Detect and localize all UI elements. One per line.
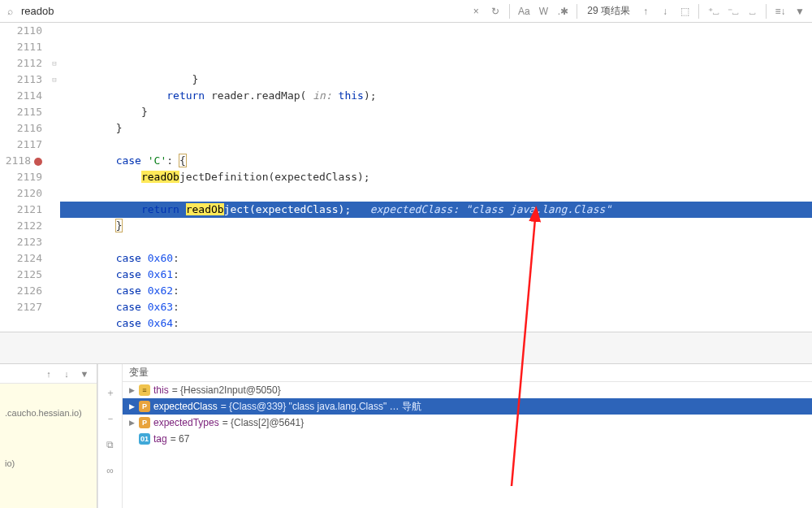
fold-spacer [49, 137, 60, 153]
line-number[interactable]: 2116 [0, 120, 42, 137]
line-number[interactable]: 2124 [0, 250, 42, 267]
fold-spacer [49, 218, 60, 234]
fold-toggle[interactable]: ⊟ [49, 55, 60, 72]
line-number[interactable]: 2110 [0, 23, 42, 39]
frame-entry[interactable]: .caucho.hessian.io) [5, 406, 92, 419]
add-selection-button[interactable]: ⁺⎵ [704, 2, 722, 20]
fold-spacer [49, 250, 60, 267]
frames-down-button[interactable]: ↓ [59, 367, 74, 381]
line-number[interactable]: 2119 [0, 169, 42, 185]
fold-spacer [49, 185, 60, 202]
variable-value: = {Hessian2Input@5050} [172, 384, 281, 396]
line-number[interactable]: 2125 [0, 267, 42, 283]
panel-splitter[interactable] [0, 332, 812, 364]
prev-match-button[interactable]: ↑ [637, 2, 654, 20]
clear-search-button[interactable]: × [467, 2, 485, 20]
line-number[interactable]: 2126 [0, 283, 42, 299]
code-line[interactable]: return reader.readMap( in: this); [60, 88, 812, 104]
frames-toolbar: ↑ ↓ ▼ [0, 364, 97, 384]
debug-panel: ↑ ↓ ▼ .caucho.hessian.io) io) ＋ － ⧉ ∞ 变量… [0, 364, 812, 508]
code-line[interactable] [60, 185, 812, 202]
fold-toggle[interactable]: ⊟ [49, 72, 60, 88]
breakpoint-line-number[interactable]: 2118 [0, 153, 42, 169]
code-line[interactable]: case 'C': { [60, 153, 812, 169]
remove-watch-button[interactable]: － [103, 411, 118, 426]
variables-tree[interactable]: ▶≡this = {Hessian2Input@5050}▶PexpectedC… [123, 382, 812, 508]
code-line[interactable] [60, 234, 812, 250]
code-line[interactable]: case 0x64: [60, 315, 812, 332]
line-number[interactable]: 2113 [0, 72, 42, 88]
fold-spacer [49, 88, 60, 104]
line-number[interactable]: 2117 [0, 137, 42, 153]
line-number[interactable]: 2114 [0, 88, 42, 104]
frame-entry[interactable]: io) [5, 457, 92, 470]
regex-toggle[interactable]: .✱ [554, 2, 572, 20]
line-number[interactable]: 2111 [0, 39, 42, 55]
line-number[interactable]: 2122 [0, 218, 42, 234]
frames-up-button[interactable]: ↑ [41, 367, 56, 381]
line-number[interactable]: 2115 [0, 104, 42, 120]
line-number[interactable]: 2121 [0, 202, 42, 218]
code-line[interactable]: } [60, 104, 812, 120]
code-line[interactable]: case 0x63: [60, 299, 812, 315]
variable-row[interactable]: ▶PexpectedTypes = {Class[2]@5641} [123, 415, 812, 431]
copy-value-button[interactable]: ⧉ [103, 437, 118, 452]
code-line[interactable]: case 0x61: [60, 267, 812, 283]
match-case-toggle[interactable]: Aa [515, 2, 533, 20]
in-selection-button[interactable]: ⎵ [743, 2, 761, 20]
expand-chevron-icon[interactable]: ▶ [127, 419, 136, 427]
separator [766, 4, 767, 19]
variable-kind-icon: 01 [139, 433, 150, 445]
variable-row[interactable]: ▶PexpectedClass = {Class@339} "class jav… [123, 398, 812, 415]
frames-list[interactable]: .caucho.hessian.io) io) [0, 384, 97, 508]
fold-column[interactable]: ⊟⊟ [49, 23, 60, 332]
variable-name: expectedClass [153, 401, 218, 412]
filter-button[interactable]: ▼ [791, 2, 809, 20]
separator [698, 4, 699, 19]
code-line[interactable]: } [60, 72, 812, 88]
variable-kind-icon: P [139, 417, 150, 428]
line-number[interactable]: 2123 [0, 234, 42, 250]
line-number[interactable]: 2120 [0, 185, 42, 202]
code-line[interactable] [60, 137, 812, 153]
expand-chevron-icon[interactable]: ▶ [127, 402, 136, 410]
fold-spacer [49, 267, 60, 283]
variables-title: 变量 [123, 364, 812, 382]
fold-spacer [49, 104, 60, 120]
fold-spacer [49, 234, 60, 250]
find-input[interactable] [18, 3, 465, 19]
link-button[interactable]: ∞ [103, 463, 118, 478]
variables-toolbar: ＋ － ⧉ ∞ [98, 364, 123, 508]
find-results-count: 29 项结果 [582, 4, 635, 18]
line-number[interactable]: 2112 [0, 55, 42, 72]
variable-value: = {Class@339} "class java.lang.Class" … … [221, 400, 421, 414]
variable-name: this [153, 384, 169, 396]
line-number[interactable]: 2127 [0, 299, 42, 315]
fold-spacer [49, 283, 60, 299]
code-line[interactable]: } [60, 120, 812, 137]
variable-row[interactable]: 01tag = 67 [123, 431, 812, 447]
source-code[interactable]: } return reader.readMap( in: this); } } … [60, 23, 812, 332]
sort-button[interactable]: ≡↓ [771, 2, 789, 20]
variable-kind-icon: P [139, 401, 150, 412]
code-line[interactable]: case 0x60: [60, 250, 812, 267]
fold-spacer [49, 39, 60, 55]
next-match-button[interactable]: ↓ [656, 2, 674, 20]
remove-selection-button[interactable]: ⁻⎵ [723, 2, 741, 20]
search-history-button[interactable]: ↻ [486, 2, 504, 20]
code-line[interactable]: } [60, 218, 812, 234]
fold-spacer [49, 169, 60, 185]
variable-name: tag [153, 433, 167, 445]
search-icon: ⌕ [3, 6, 16, 17]
code-line[interactable]: case 0x62: [60, 283, 812, 299]
frames-filter-button[interactable]: ▼ [77, 367, 92, 381]
execution-line[interactable]: return readObject(expectedClass); expect… [60, 202, 812, 218]
expand-chevron-icon[interactable]: ▶ [127, 386, 136, 394]
add-watch-button[interactable]: ＋ [103, 385, 118, 400]
code-line[interactable]: readObjectDefinition(expectedClass); [60, 169, 812, 185]
line-number-gutter[interactable]: 2110211121122113211421152116211721182119… [0, 23, 49, 332]
select-all-matches-button[interactable]: ⬚ [676, 2, 693, 20]
variable-row[interactable]: ▶≡this = {Hessian2Input@5050} [123, 382, 812, 398]
whole-word-toggle[interactable]: W [534, 2, 552, 20]
code-area[interactable]: 2110211121122113211421152116211721182119… [0, 23, 812, 332]
